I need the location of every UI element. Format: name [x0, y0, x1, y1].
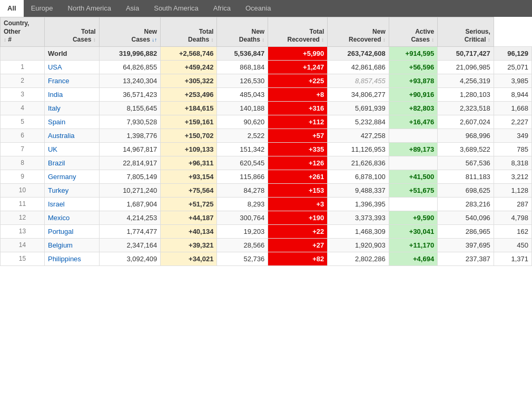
- col-new-recovered[interactable]: NewRecovered ↕: [328, 17, 389, 47]
- row-total-cases: 36,571,423: [99, 87, 161, 101]
- row-active-cases: 540,096: [438, 211, 494, 224]
- row-total-deaths: 485,043: [217, 87, 268, 101]
- row-new-cases: +109,133: [161, 142, 217, 156]
- row-total-cases: 2,347,164: [99, 238, 161, 252]
- row-new-cases: +184,615: [161, 101, 217, 115]
- world-serious-critical: 96,129: [494, 46, 531, 60]
- row-new-deaths: +190: [268, 211, 328, 224]
- row-serious-critical: 785: [494, 142, 531, 156]
- col-total-recovered[interactable]: TotalRecovered ↕: [268, 17, 328, 47]
- row-active-cases: 397,695: [438, 238, 494, 252]
- region-tab-europe[interactable]: Europe: [24, 0, 61, 17]
- new-recovered: [389, 156, 437, 170]
- col-total-deaths[interactable]: TotalDeaths ↕: [161, 17, 217, 47]
- row-total-deaths: 8,293: [217, 197, 268, 211]
- row-country[interactable]: India: [44, 87, 99, 101]
- row-total-recovered: 5,691,939: [328, 101, 389, 115]
- new-recovered: +93,878: [389, 74, 437, 87]
- row-country[interactable]: Italy: [44, 101, 99, 115]
- row-country[interactable]: France: [44, 74, 99, 87]
- region-tabs: AllEuropeNorth AmericaAsiaSouth AmericaA…: [0, 0, 532, 17]
- new-recovered: +51,675: [389, 183, 437, 197]
- world-row: World 319,996,882 +2,568,746 5,536,847 +…: [1, 46, 532, 60]
- table-row: 8 Brazil 22,814,917 +96,311 620,545 +126…: [1, 156, 532, 170]
- table-row: 2 France 13,240,304 +305,322 126,530 +22…: [1, 74, 532, 87]
- row-new-cases: +40,134: [161, 224, 217, 238]
- row-active-cases: 3,689,522: [438, 142, 494, 156]
- row-new-deaths: +112: [268, 115, 328, 129]
- row-total-deaths: 19,203: [217, 224, 268, 238]
- col-new-deaths[interactable]: NewDeaths ↕: [217, 17, 268, 47]
- region-tab-asia[interactable]: Asia: [119, 0, 146, 17]
- col-rank[interactable]: Country,Other↕ #: [1, 17, 45, 47]
- col-active-cases[interactable]: ActiveCases ↕: [389, 17, 437, 47]
- row-active-cases: 968,996: [438, 129, 494, 142]
- row-active-cases: 237,387: [438, 252, 494, 265]
- region-tab-africa[interactable]: Africa: [206, 0, 238, 17]
- row-rank: 3: [1, 87, 45, 101]
- region-tab-oceania[interactable]: Oceania: [238, 0, 278, 17]
- row-new-cases: +459,242: [161, 60, 217, 74]
- row-active-cases: 698,625: [438, 183, 494, 197]
- row-new-deaths: +1,247: [268, 60, 328, 74]
- row-active-cases: 283,216: [438, 197, 494, 211]
- row-total-deaths: 300,764: [217, 211, 268, 224]
- table-row: 15 Philippines 3,092,409 +34,021 52,736 …: [1, 252, 532, 265]
- table-header-row: Country,Other↕ # TotalCases ↕ NewCases ↓…: [1, 17, 532, 47]
- row-country[interactable]: Germany: [44, 170, 99, 183]
- row-country[interactable]: Brazil: [44, 156, 99, 170]
- row-total-deaths: 90,620: [217, 115, 268, 129]
- row-country[interactable]: UK: [44, 142, 99, 156]
- row-new-deaths: +57: [268, 129, 328, 142]
- row-active-cases: 2,323,518: [438, 101, 494, 115]
- row-total-deaths: 84,278: [217, 183, 268, 197]
- col-total-cases[interactable]: TotalCases ↕: [44, 17, 99, 47]
- row-rank: 5: [1, 115, 45, 129]
- row-total-recovered: 1,468,309: [328, 224, 389, 238]
- row-new-cases: +253,496: [161, 87, 217, 101]
- region-tab-south-america[interactable]: South America: [146, 0, 206, 17]
- col-new-cases[interactable]: NewCases ↓↑: [99, 17, 161, 47]
- region-tab-north-america[interactable]: North America: [61, 0, 119, 17]
- row-country[interactable]: Turkey: [44, 183, 99, 197]
- row-active-cases: 4,256,319: [438, 74, 494, 87]
- row-serious-critical: 3,985: [494, 74, 531, 87]
- row-total-cases: 22,814,917: [99, 156, 161, 170]
- row-active-cases: 286,965: [438, 224, 494, 238]
- table-row: 5 Spain 7,930,528 +159,161 90,620 +112 5…: [1, 115, 532, 129]
- row-rank: 1: [1, 60, 45, 74]
- row-serious-critical: 3,212: [494, 170, 531, 183]
- row-rank: 10: [1, 183, 45, 197]
- row-country[interactable]: Belgium: [44, 238, 99, 252]
- row-new-deaths: +82: [268, 252, 328, 265]
- row-country[interactable]: USA: [44, 60, 99, 74]
- table-row: 3 India 36,571,423 +253,496 485,043 +8 3…: [1, 87, 532, 101]
- world-total-recovered: 263,742,608: [328, 46, 389, 60]
- col-serious-critical[interactable]: Serious,Critical ↕: [438, 17, 494, 47]
- row-country[interactable]: Portugal: [44, 224, 99, 238]
- table-row: 4 Italy 8,155,645 +184,615 140,188 +316 …: [1, 101, 532, 115]
- row-country[interactable]: Israel: [44, 197, 99, 211]
- row-country[interactable]: Australia: [44, 129, 99, 142]
- row-new-cases: +159,161: [161, 115, 217, 129]
- row-country[interactable]: Mexico: [44, 211, 99, 224]
- table-row: 9 Germany 7,805,149 +93,154 115,866 +261…: [1, 170, 532, 183]
- row-total-cases: 7,930,528: [99, 115, 161, 129]
- new-recovered: +56,596: [389, 60, 437, 74]
- row-total-cases: 4,214,253: [99, 211, 161, 224]
- row-country[interactable]: Philippines: [44, 252, 99, 265]
- world-active-cases: 50,717,427: [438, 46, 494, 60]
- row-country[interactable]: Spain: [44, 115, 99, 129]
- row-total-deaths: 620,545: [217, 156, 268, 170]
- row-rank: 2: [1, 74, 45, 87]
- row-total-cases: 3,092,409: [99, 252, 161, 265]
- row-rank: 7: [1, 142, 45, 156]
- region-tab-all[interactable]: All: [0, 0, 24, 17]
- row-total-recovered: 2,802,286: [328, 252, 389, 265]
- world-new-recovered: +914,595: [389, 46, 437, 60]
- row-active-cases: 2,607,024: [438, 115, 494, 129]
- row-serious-critical: 8,318: [494, 156, 531, 170]
- row-serious-critical: 1,128: [494, 183, 531, 197]
- row-total-cases: 1,687,904: [99, 197, 161, 211]
- row-new-deaths: +225: [268, 74, 328, 87]
